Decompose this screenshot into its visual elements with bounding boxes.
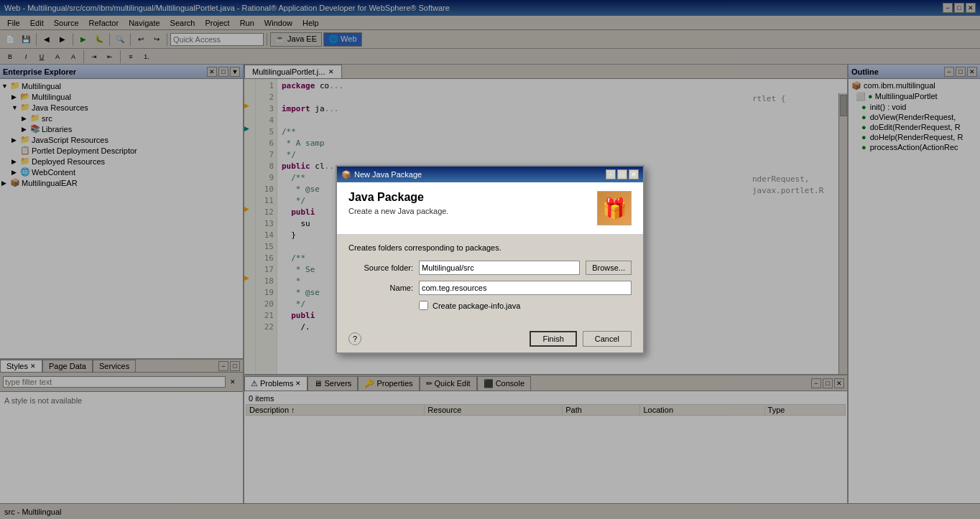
modal-maximize-btn[interactable]: □ [617,169,627,179]
modal-main-title: Java Package [348,191,448,204]
source-folder-input[interactable] [419,261,580,275]
new-java-package-dialog: 📦 New Java Package − □ ✕ Java Package Cr… [336,165,644,354]
modal-title-icon: 📦 [341,170,351,179]
modal-overlay: 📦 New Java Package − □ ✕ Java Package Cr… [0,0,980,519]
checkbox-label: Create package-info.java [433,301,520,310]
modal-close-btn[interactable]: ✕ [629,169,639,179]
package-icon: 🎁 [597,191,632,225]
modal-body: Creates folders corresponding to package… [337,235,643,324]
modal-controls[interactable]: − □ ✕ [606,169,639,179]
modal-footer: ? Finish Cancel [337,324,643,352]
modal-header-text: Java Package Create a new Java package. [348,191,448,215]
modal-main-desc: Create a new Java package. [348,207,448,215]
modal-title-text: 📦 New Java Package [341,170,422,179]
help-icon: ? [353,335,357,343]
modal-header: Java Package Create a new Java package. … [337,182,643,235]
source-folder-row: Source folder: Browse... [348,261,632,275]
footer-left: ? [348,332,361,345]
checkbox-row: Create package-info.java [348,301,632,310]
modal-title-bar[interactable]: 📦 New Java Package − □ ✕ [337,167,643,182]
name-row: Name: [348,281,632,295]
footer-right: Finish Cancel [530,331,632,347]
modal-body-desc: Creates folders corresponding to package… [348,243,632,252]
help-button[interactable]: ? [348,332,361,345]
cancel-button[interactable]: Cancel [583,331,632,347]
create-package-info-checkbox[interactable] [419,301,428,310]
source-folder-label: Source folder: [348,263,413,272]
modal-minimize-btn[interactable]: − [606,169,616,179]
modal-title-label: New Java Package [354,170,422,179]
browse-button[interactable]: Browse... [586,261,632,275]
finish-button[interactable]: Finish [530,331,576,347]
name-label: Name: [348,284,413,292]
name-input[interactable] [419,281,632,295]
